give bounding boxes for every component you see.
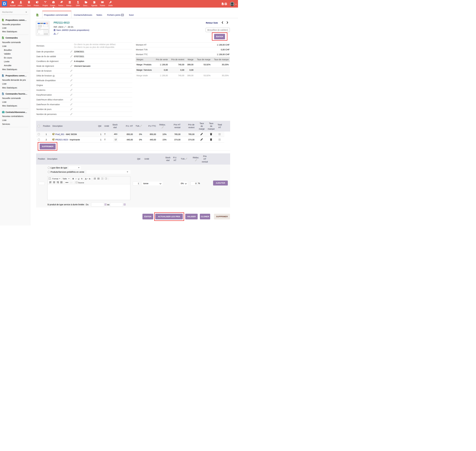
svg-text:3: 3 (94, 179, 94, 180)
